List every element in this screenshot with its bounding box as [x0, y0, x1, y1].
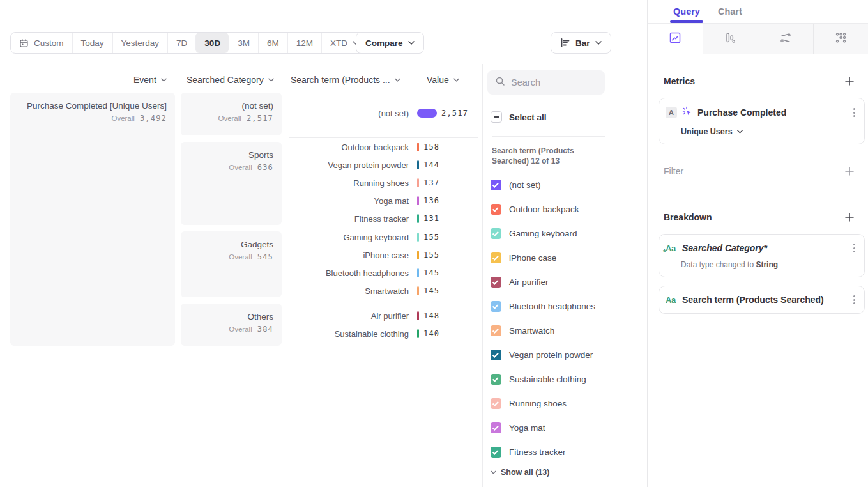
- filter-item-checkbox[interactable]: [491, 447, 501, 458]
- term-row[interactable]: Smartwatch145: [289, 282, 478, 300]
- event-cell[interactable]: Purchase Completed [Unique Users] Overal…: [10, 93, 175, 346]
- filter-item[interactable]: Outdoor backpack: [491, 197, 641, 221]
- date-range-custom[interactable]: Custom: [11, 33, 72, 53]
- compare-button[interactable]: Compare: [356, 32, 424, 54]
- chart-type-dropdown[interactable]: Bar: [551, 32, 611, 54]
- checkmark-icon: [492, 399, 499, 406]
- column-header-event[interactable]: Event: [133, 75, 167, 85]
- filter-item[interactable]: Smartwatch: [491, 318, 641, 343]
- filter-item-checkbox[interactable]: [491, 180, 501, 190]
- show-all-button[interactable]: Show all (13): [491, 468, 549, 477]
- bar-cell: 145: [417, 268, 478, 277]
- tab-retention[interactable]: [813, 24, 868, 54]
- search-input[interactable]: [511, 77, 594, 88]
- tab-flows[interactable]: [758, 24, 813, 54]
- filter-item[interactable]: (not set): [491, 173, 641, 197]
- chevron-down-icon: [395, 78, 400, 82]
- date-range-today[interactable]: Today: [72, 33, 112, 53]
- column-header-value[interactable]: Value: [427, 75, 459, 85]
- breakdown-card[interactable]: Aa* Searched Category* Data type changed…: [659, 234, 865, 277]
- term-row[interactable]: Yoga mat136: [289, 192, 478, 210]
- checkmark-icon: [492, 448, 499, 454]
- filter-item-checkbox[interactable]: [491, 301, 501, 312]
- checkmark-icon: [492, 181, 499, 187]
- search-box[interactable]: [487, 70, 605, 95]
- select-all-checkbox[interactable]: [491, 111, 502, 123]
- category-cell[interactable]: Gadgets Overall545: [181, 231, 282, 297]
- aggregation-selector[interactable]: Unique Users: [681, 127, 857, 136]
- tab-query[interactable]: Query: [673, 0, 700, 23]
- filter-item-checkbox[interactable]: [491, 374, 501, 385]
- date-range-30d[interactable]: 30D: [195, 33, 229, 53]
- breakdown-card[interactable]: Aa Search term (Products Searched): [659, 286, 865, 314]
- term-row[interactable]: (not set)2,517: [289, 104, 478, 122]
- value-bar: [417, 251, 419, 259]
- filter-item[interactable]: Fitness tracker: [491, 440, 641, 464]
- add-breakdown-button[interactable]: [845, 213, 854, 222]
- filter-item-checkbox[interactable]: [491, 422, 501, 433]
- filter-item[interactable]: Air purifier: [491, 270, 641, 294]
- filter-item[interactable]: Bluetooth headphones: [491, 294, 641, 318]
- column-header-search-term[interactable]: Search term (Products ...: [291, 75, 400, 85]
- filter-item[interactable]: Running shoes: [491, 391, 641, 415]
- add-filter-button[interactable]: [845, 167, 854, 176]
- date-range-6m[interactable]: 6M: [258, 33, 287, 53]
- filter-list-label: Search term (Products Searched) 12 of 13: [492, 146, 611, 166]
- note-bold: String: [756, 260, 778, 269]
- filter-item-checkbox[interactable]: [491, 204, 501, 215]
- breakdown-menu-kebab-icon[interactable]: [852, 294, 857, 305]
- filter-item-checkbox[interactable]: [491, 252, 501, 263]
- filter-item-checkbox[interactable]: [491, 350, 501, 360]
- category-cell[interactable]: Others Overall384: [181, 304, 282, 346]
- breakdown-menu-kebab-icon[interactable]: [852, 242, 857, 254]
- filter-item-checkbox[interactable]: [491, 228, 501, 239]
- filter-item-label: Running shoes: [509, 399, 567, 408]
- term-label: Gaming keyboard: [289, 233, 417, 242]
- date-range-selector[interactable]: CustomTodayYesterday7D30D3M6M12MXTD: [10, 32, 368, 54]
- metric-card[interactable]: A Purchase Completed Unique Users: [659, 98, 865, 144]
- date-range-yesterday[interactable]: Yesterday: [112, 33, 168, 53]
- date-range-12m[interactable]: 12M: [287, 33, 321, 53]
- term-row[interactable]: Bluetooth headphones145: [289, 264, 478, 282]
- filter-item[interactable]: Sustainable clothing: [491, 367, 641, 391]
- event-name: Purchase Completed [Unique Users]: [19, 101, 167, 111]
- filter-item[interactable]: Yoga mat: [491, 415, 641, 440]
- tab-funnels[interactable]: [703, 24, 758, 54]
- tab-chart[interactable]: Chart: [718, 0, 742, 23]
- category-cell[interactable]: Sports Overall636: [181, 142, 282, 225]
- date-range-3m[interactable]: 3M: [229, 33, 258, 53]
- term-row[interactable]: iPhone case155: [289, 246, 478, 264]
- term-label: Bluetooth headphones: [289, 268, 417, 278]
- term-row[interactable]: Running shoes137: [289, 174, 478, 192]
- term-row[interactable]: Outdoor backpack158: [289, 138, 478, 156]
- breakdown-property-name: Search term (Products Searched): [682, 295, 847, 305]
- term-row[interactable]: Air purifier148: [289, 307, 478, 325]
- term-row[interactable]: Sustainable clothing140: [289, 325, 478, 343]
- add-metric-button[interactable]: [845, 77, 854, 86]
- value-label: 158: [423, 143, 439, 151]
- filter-item-checkbox[interactable]: [491, 398, 501, 409]
- term-row[interactable]: Fitness tracker131: [289, 210, 478, 228]
- filter-item[interactable]: iPhone case: [491, 245, 641, 270]
- overall-label: Overall: [229, 164, 252, 171]
- filter-item-label: Bluetooth headphones: [509, 302, 595, 311]
- filter-item-checkbox[interactable]: [491, 277, 501, 288]
- term-group: (not set)2,517: [289, 93, 478, 137]
- term-row[interactable]: Gaming keyboard155: [289, 228, 478, 246]
- filter-item[interactable]: Vegan protein powder: [491, 343, 641, 367]
- term-label: Vegan protein powder: [289, 160, 417, 170]
- category-cell[interactable]: (not set) Overall2,517: [181, 93, 282, 135]
- visualization-tabs: [648, 24, 868, 54]
- value-bar: [417, 329, 419, 338]
- term-row[interactable]: Vegan protein powder144: [289, 156, 478, 174]
- filter-item-checkbox[interactable]: [491, 325, 501, 336]
- tab-insights-chart[interactable]: [648, 24, 703, 54]
- column-header-searched-category[interactable]: Searched Category: [187, 75, 274, 85]
- filter-item[interactable]: Gaming keyboard: [491, 221, 641, 245]
- metric-menu-kebab-icon[interactable]: [852, 107, 857, 118]
- select-all-row[interactable]: Select all: [491, 111, 547, 123]
- column-header-term-label: Search term (Products ...: [291, 75, 390, 85]
- date-range-7d[interactable]: 7D: [167, 33, 195, 53]
- category-overall: Overall545: [189, 252, 273, 261]
- series-letter-badge: A: [666, 107, 677, 118]
